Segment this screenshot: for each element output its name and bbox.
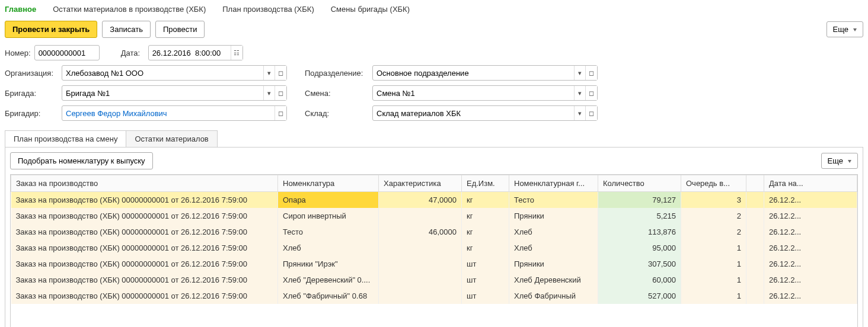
cell-nomen[interactable]: Сироп инвертный: [278, 208, 379, 224]
cell-order[interactable]: Заказ на производство (ХБК) 00000000001 …: [11, 224, 278, 240]
col-queue[interactable]: Очередь в...: [681, 175, 746, 192]
table-row[interactable]: Заказ на производство (ХБК) 00000000001 …: [11, 224, 857, 240]
cell-nomen[interactable]: Тесто: [278, 224, 379, 240]
cell-date[interactable]: 26.12.2...: [764, 192, 857, 209]
cell-queue[interactable]: 2: [681, 208, 746, 224]
brigadier-input[interactable]: [62, 106, 275, 120]
subdiv-input[interactable]: [373, 66, 574, 80]
dropdown-icon[interactable]: ▾: [263, 66, 275, 80]
cell-date[interactable]: 26.12.2...: [764, 256, 857, 272]
cell-qty[interactable]: 113,876: [598, 224, 681, 240]
date-field[interactable]: ☷: [148, 45, 243, 60]
cell-queue[interactable]: 1: [681, 272, 746, 288]
warehouse-input[interactable]: [373, 106, 574, 120]
more-button[interactable]: Еще: [826, 21, 863, 37]
cell-date[interactable]: 26.12.2...: [764, 208, 857, 224]
dropdown-icon[interactable]: ▾: [574, 106, 585, 120]
cell-char[interactable]: [379, 288, 462, 304]
cell-char[interactable]: [379, 256, 462, 272]
subtab-plan[interactable]: План производства на смену: [5, 130, 126, 147]
col-nomen[interactable]: Номенклатура: [278, 175, 379, 192]
open-icon[interactable]: ◻: [585, 86, 597, 100]
pick-nomenclature-button[interactable]: Подобрать номенклатуру к выпуску: [10, 152, 153, 169]
cell-queue[interactable]: 1: [681, 240, 746, 256]
tab-shifts[interactable]: Смены бригады (ХБК): [331, 5, 410, 14]
table-row[interactable]: Заказ на производство (ХБК) 00000000001 …: [11, 256, 857, 272]
org-input[interactable]: [62, 66, 263, 80]
cell-group[interactable]: Хлеб: [509, 224, 598, 240]
cell-qty[interactable]: 95,000: [598, 240, 681, 256]
warehouse-field[interactable]: ▾ ◻: [372, 105, 598, 121]
table-row[interactable]: Заказ на производство (ХБК) 00000000001 …: [11, 272, 857, 288]
cell-unit[interactable]: кг: [462, 192, 509, 209]
subdiv-field[interactable]: ▾ ◻: [372, 65, 598, 81]
cell-qty[interactable]: 307,500: [598, 256, 681, 272]
cell-order[interactable]: Заказ на производство (ХБК) 00000000001 …: [11, 192, 278, 209]
post-and-close-button[interactable]: Провести и закрыть: [5, 21, 97, 38]
cell-qty[interactable]: 79,127: [598, 192, 681, 209]
date-input[interactable]: [149, 46, 231, 60]
cell-char[interactable]: [379, 272, 462, 288]
table-row[interactable]: Заказ на производство (ХБК) 00000000001 …: [11, 288, 857, 304]
col-unit[interactable]: Ед.Изм.: [462, 175, 509, 192]
cell-date[interactable]: 26.12.2...: [764, 272, 857, 288]
tab-main[interactable]: Главное: [5, 5, 36, 14]
cell-nomen[interactable]: Хлеб "Деревенский" 0....: [278, 272, 379, 288]
open-icon[interactable]: ◻: [275, 106, 286, 120]
cell-char[interactable]: [379, 208, 462, 224]
cell-char[interactable]: 46,0000: [379, 224, 462, 240]
col-qty[interactable]: Количество: [598, 175, 681, 192]
col-char[interactable]: Характеристика: [379, 175, 462, 192]
cell-order[interactable]: Заказ на производство (ХБК) 00000000001 …: [11, 288, 278, 304]
shift-field[interactable]: ▾ ◻: [372, 85, 598, 101]
col-date[interactable]: Дата на...: [764, 175, 857, 192]
subtab-remains[interactable]: Остатки материалов: [126, 130, 217, 147]
cell-order[interactable]: Заказ на производство (ХБК) 00000000001 …: [11, 272, 278, 288]
cell-unit[interactable]: шт: [462, 288, 509, 304]
cell-date[interactable]: 26.12.2...: [764, 224, 857, 240]
open-icon[interactable]: ◻: [585, 106, 597, 120]
cell-unit[interactable]: кг: [462, 224, 509, 240]
tab-plan[interactable]: План производства (ХБК): [222, 5, 314, 14]
number-input[interactable]: [35, 46, 99, 60]
tab-remains[interactable]: Остатки материалов в производстве (ХБК): [53, 5, 206, 14]
cell-qty[interactable]: 60,000: [598, 272, 681, 288]
dropdown-icon[interactable]: ▾: [574, 86, 585, 100]
cell-order[interactable]: Заказ на производство (ХБК) 00000000001 …: [11, 256, 278, 272]
cell-unit[interactable]: шт: [462, 272, 509, 288]
table-row[interactable]: Заказ на производство (ХБК) 00000000001 …: [11, 240, 857, 256]
data-table[interactable]: Заказ на производство Номенклатура Харак…: [11, 175, 857, 304]
cell-group[interactable]: Хлеб Фабричный: [509, 288, 598, 304]
cell-date[interactable]: 26.12.2...: [764, 288, 857, 304]
write-button[interactable]: Записать: [102, 21, 151, 38]
cell-unit[interactable]: шт: [462, 256, 509, 272]
cell-unit[interactable]: кг: [462, 208, 509, 224]
cell-group[interactable]: Хлеб: [509, 240, 598, 256]
open-icon[interactable]: ◻: [275, 66, 286, 80]
cell-date[interactable]: 26.12.2...: [764, 240, 857, 256]
col-order[interactable]: Заказ на производство: [11, 175, 278, 192]
cell-queue[interactable]: 3: [681, 192, 746, 209]
table-row[interactable]: Заказ на производство (ХБК) 00000000001 …: [11, 192, 857, 209]
cell-qty[interactable]: 5,215: [598, 208, 681, 224]
cell-nomen[interactable]: Пряники "Ирэк": [278, 256, 379, 272]
cell-nomen[interactable]: Хлеб: [278, 240, 379, 256]
dropdown-icon[interactable]: ▾: [574, 66, 585, 80]
open-icon[interactable]: ◻: [275, 86, 286, 100]
number-field[interactable]: [34, 45, 100, 60]
cell-group[interactable]: Пряники: [509, 208, 598, 224]
post-button[interactable]: Провести: [155, 21, 205, 38]
tab-more-button[interactable]: Еще: [821, 153, 858, 169]
calendar-icon[interactable]: ☷: [231, 46, 242, 60]
cell-queue[interactable]: 1: [681, 288, 746, 304]
cell-group[interactable]: Тесто: [509, 192, 598, 209]
open-icon[interactable]: ◻: [585, 66, 597, 80]
shift-input[interactable]: [373, 86, 574, 100]
dropdown-icon[interactable]: ▾: [263, 86, 275, 100]
cell-nomen[interactable]: Опара: [278, 192, 379, 209]
cell-queue[interactable]: 2: [681, 224, 746, 240]
cell-unit[interactable]: кг: [462, 240, 509, 256]
cell-group[interactable]: Хлеб Деревенский: [509, 272, 598, 288]
cell-order[interactable]: Заказ на производство (ХБК) 00000000001 …: [11, 208, 278, 224]
cell-char[interactable]: [379, 240, 462, 256]
